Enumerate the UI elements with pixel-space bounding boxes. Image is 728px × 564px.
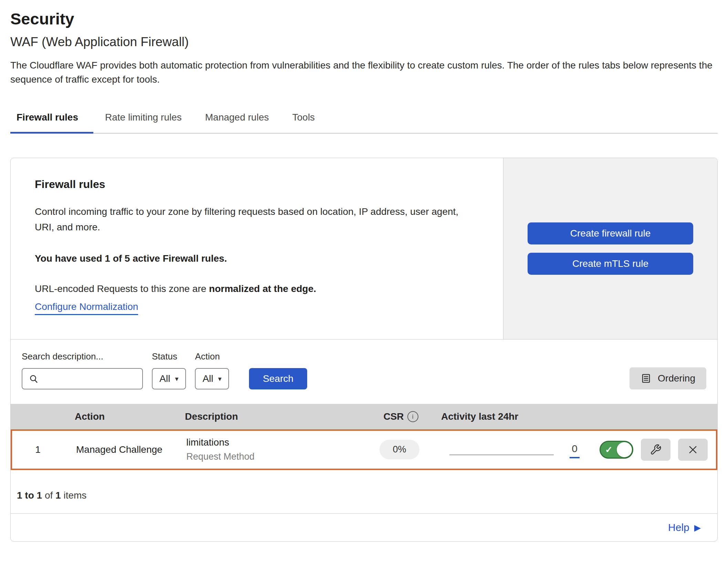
list-icon xyxy=(641,373,652,384)
pagination-count: 1 xyxy=(55,490,61,501)
header-csr-label: CSR xyxy=(383,411,404,422)
page-subtitle: WAF (Web Application Firewall) xyxy=(10,34,718,50)
pagination-summary: 1 to 1 of 1 items xyxy=(11,470,717,513)
header-activity: Activity last 24hr xyxy=(434,411,599,422)
help-row: Help ▶ xyxy=(11,513,717,541)
overview-heading: Firewall rules xyxy=(35,178,479,191)
arrow-right-icon: ▶ xyxy=(694,523,701,532)
page-title: Security xyxy=(10,10,718,28)
normalization-note: URL-encoded Requests to this zone are no… xyxy=(35,283,479,294)
help-link-label: Help xyxy=(668,522,689,533)
tab-rate-limiting-rules[interactable]: Rate limiting rules xyxy=(93,106,194,134)
create-mtls-rule-button[interactable]: Create mTLS rule xyxy=(528,253,693,275)
chevron-down-icon: ▾ xyxy=(175,375,178,383)
status-filter-group: Status All ▾ xyxy=(152,351,186,389)
tab-firewall-rules[interactable]: Firewall rules xyxy=(10,106,93,134)
chevron-down-icon: ▾ xyxy=(218,375,221,383)
rule-action: Managed Challenge xyxy=(64,444,177,455)
toggle-knob xyxy=(617,442,632,457)
wrench-icon xyxy=(650,444,662,456)
table-header-row: Action Description CSR i Activity last 2… xyxy=(11,404,717,429)
status-dropdown[interactable]: All ▾ xyxy=(152,368,186,389)
search-filter-group: Search description... xyxy=(22,351,143,389)
rule-activity-cell: 0 xyxy=(432,442,597,457)
csr-badge: 0% xyxy=(379,440,419,459)
rule-description-cell: limitations Request Method xyxy=(177,437,367,462)
action-dropdown[interactable]: All ▾ xyxy=(195,368,229,389)
edit-rule-button[interactable] xyxy=(641,439,670,461)
action-dropdown-value: All xyxy=(202,373,213,384)
search-input[interactable] xyxy=(42,373,136,384)
rule-controls-cell: ✓ xyxy=(597,439,716,461)
page-description: The Cloudflare WAF provides both automat… xyxy=(10,59,715,86)
ordering-button[interactable]: Ordering xyxy=(630,367,706,389)
tab-tools[interactable]: Tools xyxy=(281,106,326,134)
tab-managed-rules[interactable]: Managed rules xyxy=(194,106,281,134)
table-row: 1 Managed Challenge limitations Request … xyxy=(11,429,717,470)
rules-tab-bar: Firewall rules Rate limiting rules Manag… xyxy=(10,106,718,134)
help-link[interactable]: Help ▶ xyxy=(668,522,701,533)
info-icon[interactable]: i xyxy=(407,411,418,422)
overview-text-block: Firewall rules Control incoming traffic … xyxy=(11,158,503,339)
action-label: Action xyxy=(195,351,229,362)
action-filter-group: Action All ▾ xyxy=(195,351,229,389)
search-button[interactable]: Search xyxy=(249,368,307,389)
normalization-note-bold: normalized at the edge. xyxy=(209,283,316,294)
usage-summary: You have used 1 of 5 active Firewall rul… xyxy=(35,253,479,264)
firewall-rules-card: Firewall rules Control incoming traffic … xyxy=(10,158,718,542)
overview-description: Control incoming traffic to your zone by… xyxy=(35,204,479,235)
normalization-note-text: URL-encoded Requests to this zone are xyxy=(35,283,209,294)
search-icon xyxy=(29,374,39,384)
activity-count-link[interactable]: 0 xyxy=(570,443,580,458)
check-icon: ✓ xyxy=(605,445,613,454)
status-label: Status xyxy=(152,351,186,362)
security-waf-page: Security WAF (Web Application Firewall) … xyxy=(0,0,728,542)
search-box xyxy=(22,368,143,389)
rule-enabled-toggle[interactable]: ✓ xyxy=(600,441,633,459)
close-icon xyxy=(687,444,699,456)
ordering-button-label: Ordering xyxy=(658,373,695,384)
pagination-range: 1 to 1 xyxy=(17,490,42,501)
status-dropdown-value: All xyxy=(159,373,170,384)
activity-sparkline xyxy=(449,455,554,455)
firewall-rules-overview: Firewall rules Control incoming traffic … xyxy=(11,158,717,339)
header-action: Action xyxy=(62,411,176,422)
rule-priority: 1 xyxy=(12,444,64,455)
rule-csr-cell: 0% xyxy=(367,440,432,459)
delete-rule-button[interactable] xyxy=(678,439,708,461)
search-label: Search description... xyxy=(22,351,143,362)
pagination-of: of xyxy=(42,490,55,501)
rule-description[interactable]: limitations xyxy=(186,437,367,448)
pagination-items: items xyxy=(61,490,87,501)
filter-bar: Search description... Status All ▾ Actio… xyxy=(11,339,717,404)
header-description: Description xyxy=(176,411,368,422)
create-actions-panel: Create firewall rule Create mTLS rule xyxy=(503,158,717,339)
header-csr: CSR i xyxy=(368,411,434,422)
configure-normalization-link[interactable]: Configure Normalization xyxy=(35,301,138,315)
rule-description-note: Request Method xyxy=(186,451,367,462)
create-firewall-rule-button[interactable]: Create firewall rule xyxy=(528,222,693,244)
